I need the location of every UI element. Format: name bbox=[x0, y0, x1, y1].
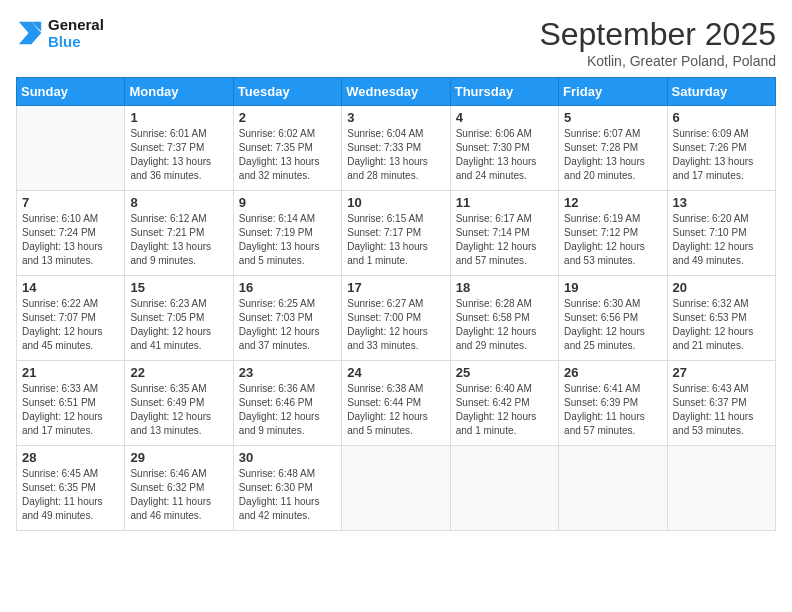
day-number: 19 bbox=[564, 280, 661, 295]
day-detail: Sunrise: 6:35 AM Sunset: 6:49 PM Dayligh… bbox=[130, 382, 227, 438]
calendar-header-row: SundayMondayTuesdayWednesdayThursdayFrid… bbox=[17, 78, 776, 106]
calendar-cell: 25Sunrise: 6:40 AM Sunset: 6:42 PM Dayli… bbox=[450, 361, 558, 446]
day-number: 4 bbox=[456, 110, 553, 125]
day-number: 27 bbox=[673, 365, 770, 380]
calendar-week-2: 7Sunrise: 6:10 AM Sunset: 7:24 PM Daylig… bbox=[17, 191, 776, 276]
day-number: 16 bbox=[239, 280, 336, 295]
day-number: 26 bbox=[564, 365, 661, 380]
day-number: 23 bbox=[239, 365, 336, 380]
day-number: 13 bbox=[673, 195, 770, 210]
calendar-cell: 14Sunrise: 6:22 AM Sunset: 7:07 PM Dayli… bbox=[17, 276, 125, 361]
day-detail: Sunrise: 6:02 AM Sunset: 7:35 PM Dayligh… bbox=[239, 127, 336, 183]
day-number: 3 bbox=[347, 110, 444, 125]
calendar-cell: 9Sunrise: 6:14 AM Sunset: 7:19 PM Daylig… bbox=[233, 191, 341, 276]
day-number: 7 bbox=[22, 195, 119, 210]
calendar-cell: 23Sunrise: 6:36 AM Sunset: 6:46 PM Dayli… bbox=[233, 361, 341, 446]
calendar-cell: 12Sunrise: 6:19 AM Sunset: 7:12 PM Dayli… bbox=[559, 191, 667, 276]
calendar-cell: 30Sunrise: 6:48 AM Sunset: 6:30 PM Dayli… bbox=[233, 446, 341, 531]
calendar-week-3: 14Sunrise: 6:22 AM Sunset: 7:07 PM Dayli… bbox=[17, 276, 776, 361]
calendar-cell: 18Sunrise: 6:28 AM Sunset: 6:58 PM Dayli… bbox=[450, 276, 558, 361]
day-number: 11 bbox=[456, 195, 553, 210]
calendar-header-sunday: Sunday bbox=[17, 78, 125, 106]
day-detail: Sunrise: 6:30 AM Sunset: 6:56 PM Dayligh… bbox=[564, 297, 661, 353]
day-number: 24 bbox=[347, 365, 444, 380]
day-number: 20 bbox=[673, 280, 770, 295]
calendar-cell: 19Sunrise: 6:30 AM Sunset: 6:56 PM Dayli… bbox=[559, 276, 667, 361]
calendar-header-thursday: Thursday bbox=[450, 78, 558, 106]
day-detail: Sunrise: 6:46 AM Sunset: 6:32 PM Dayligh… bbox=[130, 467, 227, 523]
day-detail: Sunrise: 6:36 AM Sunset: 6:46 PM Dayligh… bbox=[239, 382, 336, 438]
day-number: 29 bbox=[130, 450, 227, 465]
calendar-body: 1Sunrise: 6:01 AM Sunset: 7:37 PM Daylig… bbox=[17, 106, 776, 531]
day-detail: Sunrise: 6:25 AM Sunset: 7:03 PM Dayligh… bbox=[239, 297, 336, 353]
calendar-cell bbox=[667, 446, 775, 531]
day-detail: Sunrise: 6:33 AM Sunset: 6:51 PM Dayligh… bbox=[22, 382, 119, 438]
calendar-cell: 28Sunrise: 6:45 AM Sunset: 6:35 PM Dayli… bbox=[17, 446, 125, 531]
day-detail: Sunrise: 6:40 AM Sunset: 6:42 PM Dayligh… bbox=[456, 382, 553, 438]
day-number: 6 bbox=[673, 110, 770, 125]
calendar-cell: 26Sunrise: 6:41 AM Sunset: 6:39 PM Dayli… bbox=[559, 361, 667, 446]
day-detail: Sunrise: 6:09 AM Sunset: 7:26 PM Dayligh… bbox=[673, 127, 770, 183]
day-detail: Sunrise: 6:41 AM Sunset: 6:39 PM Dayligh… bbox=[564, 382, 661, 438]
calendar-header-friday: Friday bbox=[559, 78, 667, 106]
calendar-cell: 20Sunrise: 6:32 AM Sunset: 6:53 PM Dayli… bbox=[667, 276, 775, 361]
logo-icon bbox=[16, 19, 44, 47]
day-detail: Sunrise: 6:10 AM Sunset: 7:24 PM Dayligh… bbox=[22, 212, 119, 268]
calendar-cell: 10Sunrise: 6:15 AM Sunset: 7:17 PM Dayli… bbox=[342, 191, 450, 276]
calendar-cell: 7Sunrise: 6:10 AM Sunset: 7:24 PM Daylig… bbox=[17, 191, 125, 276]
calendar-cell: 5Sunrise: 6:07 AM Sunset: 7:28 PM Daylig… bbox=[559, 106, 667, 191]
page-header: General Blue September 2025 Kotlin, Grea… bbox=[16, 16, 776, 69]
day-detail: Sunrise: 6:43 AM Sunset: 6:37 PM Dayligh… bbox=[673, 382, 770, 438]
day-detail: Sunrise: 6:01 AM Sunset: 7:37 PM Dayligh… bbox=[130, 127, 227, 183]
day-number: 12 bbox=[564, 195, 661, 210]
day-number: 5 bbox=[564, 110, 661, 125]
day-detail: Sunrise: 6:20 AM Sunset: 7:10 PM Dayligh… bbox=[673, 212, 770, 268]
location-subtitle: Kotlin, Greater Poland, Poland bbox=[539, 53, 776, 69]
day-detail: Sunrise: 6:28 AM Sunset: 6:58 PM Dayligh… bbox=[456, 297, 553, 353]
calendar-cell: 11Sunrise: 6:17 AM Sunset: 7:14 PM Dayli… bbox=[450, 191, 558, 276]
calendar-header-tuesday: Tuesday bbox=[233, 78, 341, 106]
day-number: 1 bbox=[130, 110, 227, 125]
day-detail: Sunrise: 6:15 AM Sunset: 7:17 PM Dayligh… bbox=[347, 212, 444, 268]
day-number: 18 bbox=[456, 280, 553, 295]
day-detail: Sunrise: 6:38 AM Sunset: 6:44 PM Dayligh… bbox=[347, 382, 444, 438]
calendar-week-5: 28Sunrise: 6:45 AM Sunset: 6:35 PM Dayli… bbox=[17, 446, 776, 531]
day-number: 17 bbox=[347, 280, 444, 295]
calendar-cell: 21Sunrise: 6:33 AM Sunset: 6:51 PM Dayli… bbox=[17, 361, 125, 446]
calendar-cell bbox=[17, 106, 125, 191]
day-number: 25 bbox=[456, 365, 553, 380]
day-detail: Sunrise: 6:45 AM Sunset: 6:35 PM Dayligh… bbox=[22, 467, 119, 523]
calendar-header-saturday: Saturday bbox=[667, 78, 775, 106]
calendar-cell: 17Sunrise: 6:27 AM Sunset: 7:00 PM Dayli… bbox=[342, 276, 450, 361]
day-number: 28 bbox=[22, 450, 119, 465]
calendar-cell: 22Sunrise: 6:35 AM Sunset: 6:49 PM Dayli… bbox=[125, 361, 233, 446]
day-detail: Sunrise: 6:48 AM Sunset: 6:30 PM Dayligh… bbox=[239, 467, 336, 523]
calendar-header-wednesday: Wednesday bbox=[342, 78, 450, 106]
calendar-cell bbox=[342, 446, 450, 531]
day-detail: Sunrise: 6:12 AM Sunset: 7:21 PM Dayligh… bbox=[130, 212, 227, 268]
day-detail: Sunrise: 6:17 AM Sunset: 7:14 PM Dayligh… bbox=[456, 212, 553, 268]
day-number: 10 bbox=[347, 195, 444, 210]
calendar-cell: 3Sunrise: 6:04 AM Sunset: 7:33 PM Daylig… bbox=[342, 106, 450, 191]
day-detail: Sunrise: 6:19 AM Sunset: 7:12 PM Dayligh… bbox=[564, 212, 661, 268]
calendar-table: SundayMondayTuesdayWednesdayThursdayFrid… bbox=[16, 77, 776, 531]
calendar-cell: 24Sunrise: 6:38 AM Sunset: 6:44 PM Dayli… bbox=[342, 361, 450, 446]
day-detail: Sunrise: 6:04 AM Sunset: 7:33 PM Dayligh… bbox=[347, 127, 444, 183]
calendar-cell bbox=[559, 446, 667, 531]
day-detail: Sunrise: 6:23 AM Sunset: 7:05 PM Dayligh… bbox=[130, 297, 227, 353]
day-detail: Sunrise: 6:22 AM Sunset: 7:07 PM Dayligh… bbox=[22, 297, 119, 353]
day-detail: Sunrise: 6:27 AM Sunset: 7:00 PM Dayligh… bbox=[347, 297, 444, 353]
logo-text: General Blue bbox=[48, 16, 104, 50]
day-detail: Sunrise: 6:14 AM Sunset: 7:19 PM Dayligh… bbox=[239, 212, 336, 268]
calendar-cell: 13Sunrise: 6:20 AM Sunset: 7:10 PM Dayli… bbox=[667, 191, 775, 276]
day-number: 21 bbox=[22, 365, 119, 380]
calendar-week-1: 1Sunrise: 6:01 AM Sunset: 7:37 PM Daylig… bbox=[17, 106, 776, 191]
calendar-cell: 4Sunrise: 6:06 AM Sunset: 7:30 PM Daylig… bbox=[450, 106, 558, 191]
calendar-cell: 1Sunrise: 6:01 AM Sunset: 7:37 PM Daylig… bbox=[125, 106, 233, 191]
day-number: 22 bbox=[130, 365, 227, 380]
calendar-cell: 2Sunrise: 6:02 AM Sunset: 7:35 PM Daylig… bbox=[233, 106, 341, 191]
calendar-week-4: 21Sunrise: 6:33 AM Sunset: 6:51 PM Dayli… bbox=[17, 361, 776, 446]
day-detail: Sunrise: 6:32 AM Sunset: 6:53 PM Dayligh… bbox=[673, 297, 770, 353]
month-title: September 2025 bbox=[539, 16, 776, 53]
day-detail: Sunrise: 6:06 AM Sunset: 7:30 PM Dayligh… bbox=[456, 127, 553, 183]
